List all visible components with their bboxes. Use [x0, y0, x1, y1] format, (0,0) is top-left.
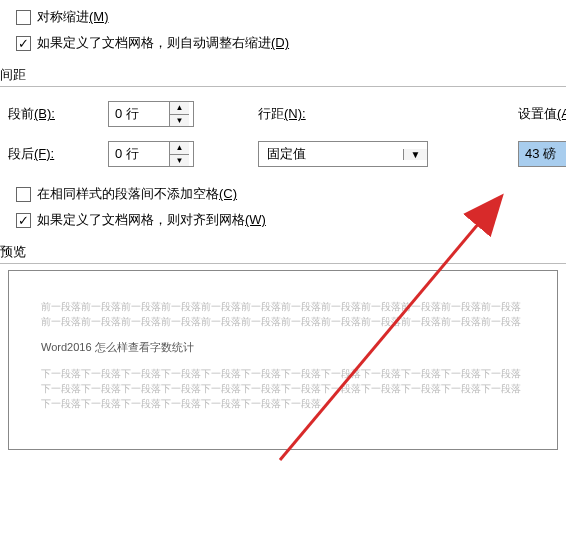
auto-adjust-right-indent-option[interactable]: 如果定义了文档网格，则自动调整右缩进(D) — [8, 30, 558, 56]
divider — [0, 263, 566, 264]
preview-box: 前一段落前一段落前一段落前一段落前一段落前一段落前一段落前一段落前一段落前一段落… — [8, 270, 558, 450]
option-label: 在相同样式的段落间不添加空格(C) — [37, 185, 237, 203]
spin-down-icon[interactable]: ▼ — [170, 115, 189, 127]
select-value: 固定值 — [259, 145, 403, 163]
set-at-label: 设置值(A): — [518, 105, 566, 123]
spacing-group-title: 间距 — [0, 60, 566, 86]
no-space-same-style-option[interactable]: 在相同样式的段落间不添加空格(C) — [8, 181, 558, 207]
space-before-spinner[interactable]: ▲ ▼ — [108, 101, 194, 127]
spin-up-icon[interactable]: ▲ — [170, 102, 189, 115]
line-spacing-select[interactable]: 固定值 ▼ — [258, 141, 428, 167]
option-label: 对称缩进(M) — [37, 8, 109, 26]
option-label: 如果定义了文档网格，则对齐到网格(W) — [37, 211, 266, 229]
checkbox-icon — [16, 187, 31, 202]
set-at-input[interactable] — [519, 142, 566, 166]
snap-to-grid-option[interactable]: 如果定义了文档网格，则对齐到网格(W) — [8, 207, 558, 233]
spin-up-icon[interactable]: ▲ — [170, 142, 189, 155]
space-after-input[interactable] — [109, 142, 169, 166]
checkbox-icon — [16, 10, 31, 25]
mirror-indent-option[interactable]: 对称缩进(M) — [8, 4, 558, 30]
checkbox-icon — [16, 36, 31, 51]
preview-filler-before: 前一段落前一段落前一段落前一段落前一段落前一段落前一段落前一段落前一段落前一段落… — [41, 299, 525, 329]
space-after-spinner[interactable]: ▲ ▼ — [108, 141, 194, 167]
line-spacing-label: 行距(N): — [258, 105, 358, 123]
spin-down-icon[interactable]: ▼ — [170, 155, 189, 167]
space-before-label: 段前(B): — [8, 105, 108, 123]
option-label: 如果定义了文档网格，则自动调整右缩进(D) — [37, 34, 289, 52]
space-before-input[interactable] — [109, 102, 169, 126]
preview-filler-after: 下一段落下一段落下一段落下一段落下一段落下一段落下一段落下一段落下一段落下一段落… — [41, 366, 525, 411]
space-after-label: 段后(F): — [8, 145, 108, 163]
chevron-down-icon: ▼ — [403, 149, 427, 160]
preview-group-title: 预览 — [0, 237, 566, 263]
preview-sample-text: Word2016 怎么样查看字数统计 — [41, 339, 525, 356]
set-at-spinner[interactable]: ▲ ▼ — [518, 141, 566, 167]
checkbox-icon — [16, 213, 31, 228]
